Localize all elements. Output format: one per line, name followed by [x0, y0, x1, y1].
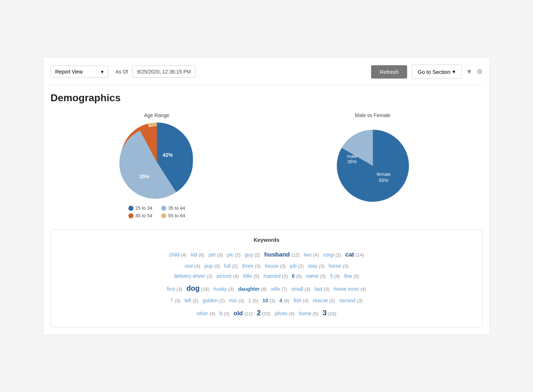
keyword-married-count: (2)	[282, 273, 288, 279]
keyword-rescue: rescue	[313, 298, 328, 303]
keyword-name-count: (3)	[320, 273, 326, 279]
keyword-husky-count: (3)	[228, 286, 234, 292]
report-view-select[interactable]: Report View ▾	[50, 66, 108, 78]
keyword-pet-count: (3)	[217, 252, 223, 258]
keyword-8-count: (3)	[224, 311, 229, 316]
legend-label-55-64: 55 to 64	[168, 213, 185, 218]
keyword-full: full	[224, 263, 231, 269]
keyword-two: two	[304, 252, 312, 258]
svg-text:65%: 65%	[379, 178, 388, 183]
keyword-husband-count: (12)	[291, 252, 300, 258]
keyword-second: second	[339, 298, 356, 303]
keyword-6-count: (8)	[296, 273, 302, 279]
keyword-little: little	[243, 273, 252, 279]
keyword-golden-count: (2)	[219, 298, 225, 303]
keyword-picture: picture	[217, 273, 232, 279]
keyword-first: first	[167, 286, 175, 292]
keyword-3-count: (16)	[328, 311, 336, 316]
keyword-3: 3	[323, 309, 327, 317]
svg-text:42%: 42%	[162, 152, 173, 158]
keyword-daughter: daughter	[238, 286, 260, 292]
filter-icon[interactable]: ▼	[466, 68, 472, 76]
chevron-down-icon: ▾	[101, 69, 103, 75]
keyword-photo-count: (4)	[289, 311, 295, 316]
chevron-down-icon: ▾	[453, 68, 455, 75]
keyword-left-count: (2)	[193, 298, 198, 303]
keyword-kid: kid	[191, 252, 197, 258]
report-view-label: Report View	[55, 69, 83, 75]
keyword-kid-count: (6)	[199, 252, 204, 258]
keyword-horse: horse	[329, 263, 341, 269]
keyword-mix: mix	[229, 298, 237, 303]
keyword-6: 6	[292, 273, 295, 279]
keyword-home-mom-count: (4)	[360, 286, 366, 292]
keyword-married: married	[263, 273, 280, 279]
keyword-old: old	[234, 310, 243, 317]
keyword-delivery-driver-count: (2)	[207, 273, 212, 279]
keyword-child-count: (4)	[181, 252, 187, 258]
keyword-corgi-count: (2)	[335, 252, 341, 258]
keyword-5: 5	[330, 273, 333, 279]
gender-chart-container: Male vs Female female 65% male 35%	[326, 112, 420, 209]
keyword-pup-count: (3)	[214, 263, 220, 269]
keyword-2-count: (15)	[262, 311, 270, 316]
keyword-other-count: (4)	[210, 311, 215, 316]
keyword-home-count: (5)	[313, 311, 318, 316]
svg-text:35%: 35%	[139, 174, 149, 179]
keyword-last-count: (3)	[324, 286, 330, 292]
keyword-little-count: (5)	[254, 273, 259, 279]
keyword-child: child	[169, 252, 180, 258]
keyword-8: 8	[220, 311, 223, 316]
keyword-dog-count: (18)	[201, 286, 209, 292]
keyword-one: one	[185, 263, 193, 269]
keyword-pic-count: (2)	[235, 252, 241, 258]
svg-text:35%: 35%	[347, 159, 356, 164]
keyword-stay: stay	[308, 263, 317, 269]
keyword-7: 7	[170, 298, 173, 303]
keyword-fish-count: (4)	[303, 298, 309, 303]
keyword-job-count: (2)	[298, 263, 304, 269]
legend-label-35-44: 35 to 44	[168, 205, 185, 211]
keyword-cat-count: (14)	[356, 252, 364, 258]
keywords-title: Keywords	[62, 237, 471, 243]
age-legend: 25 to 34 35 to 44 45 to 54 55 to 64	[128, 205, 185, 218]
age-chart-container: Age Range 42% 35%	[114, 112, 200, 218]
keyword-7-count: (3)	[175, 298, 180, 303]
keyword-house: house	[265, 263, 278, 269]
go-to-section-label: Go to Section	[418, 69, 450, 75]
keyword-5-count: (9)	[334, 273, 340, 279]
keyword-10: 10	[263, 298, 268, 303]
page-title: Demographics	[50, 92, 483, 104]
legend-dot-45-54	[128, 213, 133, 218]
keyword-first-count: (3)	[176, 286, 182, 292]
gender-chart-title: Male vs Female	[355, 112, 391, 118]
keyword-small: small	[291, 286, 303, 292]
keyword-dog: dog	[186, 284, 200, 292]
keyword-old-count: (11)	[244, 311, 252, 316]
legend-label-25-34: 25 to 34	[136, 205, 153, 211]
legend-dot-25-34	[128, 206, 133, 211]
legend-dot-55-64	[161, 213, 166, 218]
keyword-2: 2	[257, 309, 261, 317]
toolbar: Report View ▾ As Of 9/25/2020, 12:36:15 …	[50, 64, 483, 85]
svg-text:male: male	[347, 153, 357, 159]
keyword-two-count: (4)	[313, 252, 319, 258]
keyword-small-count: (3)	[305, 286, 310, 292]
keyword-horse-count: (3)	[343, 263, 348, 269]
keyword-three-count: (3)	[255, 263, 261, 269]
keyword-few-count: (5)	[353, 273, 359, 279]
as-of-label: As Of	[115, 69, 128, 75]
keyword-last: last	[314, 286, 322, 292]
keyword-fish: fish	[294, 298, 301, 303]
legend-item-25-34: 25 to 34	[128, 205, 153, 211]
keyword-one-count: (4)	[194, 263, 200, 269]
main-container: Report View ▾ As Of 9/25/2020, 12:36:15 …	[43, 57, 490, 335]
go-to-section-button[interactable]: Go to Section ▾	[411, 64, 462, 79]
refresh-button[interactable]: Refresh	[371, 65, 408, 79]
keyword-stay-count: (3)	[319, 263, 325, 269]
gear-icon[interactable]: ⚙	[477, 68, 483, 76]
keyword-mix-count: (3)	[238, 298, 244, 303]
keyword-photo: photo	[275, 311, 287, 316]
keyword-pic: pic	[227, 252, 233, 258]
keyword-golden: golden	[203, 298, 218, 303]
